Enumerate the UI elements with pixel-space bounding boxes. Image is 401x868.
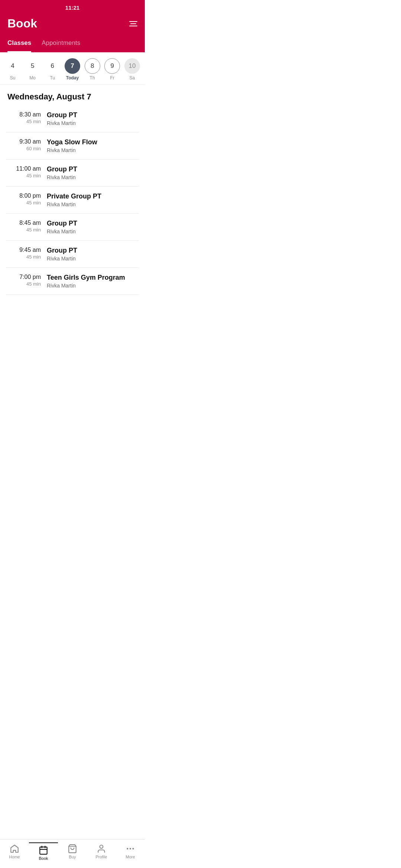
class-item-2[interactable]: 11:00 am 45 min Group PT Rivka Martin [6, 160, 139, 187]
class-time: 7:00 pm 45 min [6, 274, 47, 287]
day-number: 9 [104, 58, 120, 74]
day-label: Fr [110, 75, 114, 80]
class-item-1[interactable]: 9:30 am 60 min Yoga Slow Flow Rivka Mart… [6, 132, 139, 160]
class-time: 11:00 am 45 min [6, 165, 47, 178]
tab-appointments[interactable]: Appointments [42, 36, 80, 52]
day-label: Today [66, 75, 79, 80]
day-number: 7 [65, 58, 80, 74]
class-item-3[interactable]: 8:00 pm 45 min Private Group PT Rivka Ma… [6, 187, 139, 214]
calendar-day-6[interactable]: 6 Tu [43, 58, 61, 80]
class-item-0[interactable]: 8:30 am 45 min Group PT Rivka Martin [6, 105, 139, 132]
class-time: 9:45 am 45 min [6, 247, 47, 260]
class-time: 8:00 pm 45 min [6, 193, 47, 206]
class-time: 9:30 am 60 min [6, 138, 47, 151]
class-info: Group PT Rivka Martin [47, 111, 139, 126]
class-info: Teen Girls Gym Program Rivka Martin [47, 274, 139, 289]
day-label: Mo [29, 75, 36, 80]
class-info: Yoga Slow Flow Rivka Martin [47, 138, 139, 153]
calendar-day-10[interactable]: 10 Sa [123, 58, 141, 80]
status-time: 11:21 [65, 4, 79, 11]
day-number: 10 [124, 58, 140, 74]
class-time: 8:45 am 45 min [6, 220, 47, 233]
header: Book [0, 13, 145, 36]
day-number: 6 [45, 58, 60, 74]
calendar-day-8[interactable]: 8 Th [84, 58, 101, 80]
tab-bar: Classes Appointments [0, 36, 145, 52]
day-number: 4 [5, 58, 20, 74]
class-item-4[interactable]: 8:45 am 45 min Group PT Rivka Martin [6, 214, 139, 241]
class-item-5[interactable]: 9:45 am 45 min Group PT Rivka Martin [6, 241, 139, 268]
class-list: 8:30 am 45 min Group PT Rivka Martin 9:3… [0, 105, 145, 295]
tab-classes[interactable]: Classes [7, 36, 31, 52]
status-bar: 11:21 [0, 0, 145, 13]
day-label: Th [90, 75, 95, 80]
calendar-day-5[interactable]: 5 Mo [24, 58, 42, 80]
calendar-strip: 4 Su 5 Mo 6 Tu 7 Today 8 Th 9 Fr 10 Sa [0, 52, 145, 85]
class-info: Group PT Rivka Martin [47, 165, 139, 180]
day-label: Sa [130, 75, 135, 80]
calendar-day-4[interactable]: 4 Su [4, 58, 22, 80]
filter-button[interactable] [129, 21, 137, 26]
class-info: Group PT Rivka Martin [47, 220, 139, 234]
class-time: 8:30 am 45 min [6, 111, 47, 124]
class-info: Private Group PT Rivka Martin [47, 193, 139, 207]
day-label: Su [10, 75, 16, 80]
day-label: Tu [50, 75, 55, 80]
date-heading: Wednesday, August 7 [0, 85, 145, 105]
day-number: 8 [85, 58, 100, 74]
calendar-day-9[interactable]: 9 Fr [103, 58, 121, 80]
class-item-6[interactable]: 7:00 pm 45 min Teen Girls Gym Program Ri… [6, 268, 139, 295]
calendar-day-7-today[interactable]: 7 Today [63, 58, 81, 80]
page-title: Book [7, 17, 37, 30]
class-info: Group PT Rivka Martin [47, 247, 139, 262]
day-number: 5 [25, 58, 40, 74]
